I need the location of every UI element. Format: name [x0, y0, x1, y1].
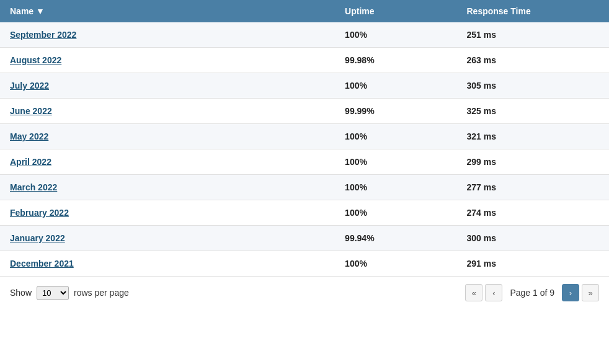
- cell-uptime: 100%: [335, 175, 456, 200]
- row-link[interactable]: June 2022: [10, 106, 52, 116]
- cell-response-time: 321 ms: [456, 124, 609, 149]
- table-row: June 202299.99%325 ms: [0, 99, 609, 124]
- table-row: August 202299.98%263 ms: [0, 48, 609, 73]
- first-page-button[interactable]: «: [465, 284, 482, 301]
- cell-name: June 2022: [0, 99, 335, 124]
- table-row: July 2022100%305 ms: [0, 73, 609, 99]
- table-row: May 2022100%321 ms: [0, 124, 609, 149]
- cell-response-time: 299 ms: [456, 149, 609, 175]
- cell-name: April 2022: [0, 149, 335, 175]
- cell-name: March 2022: [0, 175, 335, 200]
- cell-uptime: 100%: [335, 124, 456, 149]
- page-info: Page 1 of 9: [510, 288, 554, 298]
- table-row: September 2022100%251 ms: [0, 22, 609, 48]
- table-row: January 202299.94%300 ms: [0, 226, 609, 251]
- table-header-row: Name ▼ Uptime Response Time: [0, 0, 609, 22]
- data-table: Name ▼ Uptime Response Time September 20…: [0, 0, 609, 277]
- main-container: Name ▼ Uptime Response Time September 20…: [0, 0, 609, 309]
- table-row: April 2022100%299 ms: [0, 149, 609, 175]
- cell-response-time: 251 ms: [456, 22, 609, 48]
- column-header-response[interactable]: Response Time: [456, 0, 609, 22]
- table-row: February 2022100%274 ms: [0, 200, 609, 226]
- cell-name: August 2022: [0, 48, 335, 73]
- cell-uptime: 100%: [335, 149, 456, 175]
- row-link[interactable]: September 2022: [10, 30, 76, 40]
- column-header-name[interactable]: Name ▼: [0, 0, 335, 22]
- row-link[interactable]: January 2022: [10, 233, 65, 243]
- cell-response-time: 305 ms: [456, 73, 609, 99]
- row-link[interactable]: February 2022: [10, 208, 69, 218]
- table-row: March 2022100%277 ms: [0, 175, 609, 200]
- cell-name: September 2022: [0, 22, 335, 48]
- cell-response-time: 274 ms: [456, 200, 609, 226]
- cell-response-time: 300 ms: [456, 226, 609, 251]
- cell-response-time: 277 ms: [456, 175, 609, 200]
- row-link[interactable]: July 2022: [10, 81, 49, 91]
- cell-name: January 2022: [0, 226, 335, 251]
- cell-uptime: 100%: [335, 251, 456, 277]
- cell-response-time: 263 ms: [456, 48, 609, 73]
- cell-uptime: 100%: [335, 73, 456, 99]
- cell-name: December 2021: [0, 251, 335, 277]
- row-link[interactable]: August 2022: [10, 55, 61, 65]
- rows-per-page-select[interactable]: 102550100: [37, 286, 69, 300]
- prev-page-button[interactable]: ‹: [485, 284, 502, 301]
- next-page-button[interactable]: ›: [562, 284, 579, 301]
- show-label: Show: [10, 288, 32, 298]
- cell-name: July 2022: [0, 73, 335, 99]
- row-link[interactable]: April 2022: [10, 157, 51, 167]
- column-header-uptime[interactable]: Uptime: [335, 0, 456, 22]
- pagination-bar: Show 102550100 rows per page « ‹ Page 1 …: [0, 277, 609, 309]
- rows-per-page-label: rows per page: [74, 288, 129, 298]
- cell-uptime: 99.94%: [335, 226, 456, 251]
- rows-per-page-control: Show 102550100 rows per page: [10, 286, 129, 300]
- cell-name: May 2022: [0, 124, 335, 149]
- last-page-button[interactable]: »: [582, 284, 599, 301]
- table-row: December 2021100%291 ms: [0, 251, 609, 277]
- pagination-controls: « ‹ Page 1 of 9 › »: [465, 284, 599, 301]
- cell-uptime: 99.98%: [335, 48, 456, 73]
- cell-uptime: 99.99%: [335, 99, 456, 124]
- cell-response-time: 291 ms: [456, 251, 609, 277]
- row-link[interactable]: May 2022: [10, 131, 48, 141]
- row-link[interactable]: December 2021: [10, 259, 74, 269]
- cell-response-time: 325 ms: [456, 99, 609, 124]
- cell-name: February 2022: [0, 200, 335, 226]
- row-link[interactable]: March 2022: [10, 182, 57, 192]
- cell-uptime: 100%: [335, 200, 456, 226]
- cell-uptime: 100%: [335, 22, 456, 48]
